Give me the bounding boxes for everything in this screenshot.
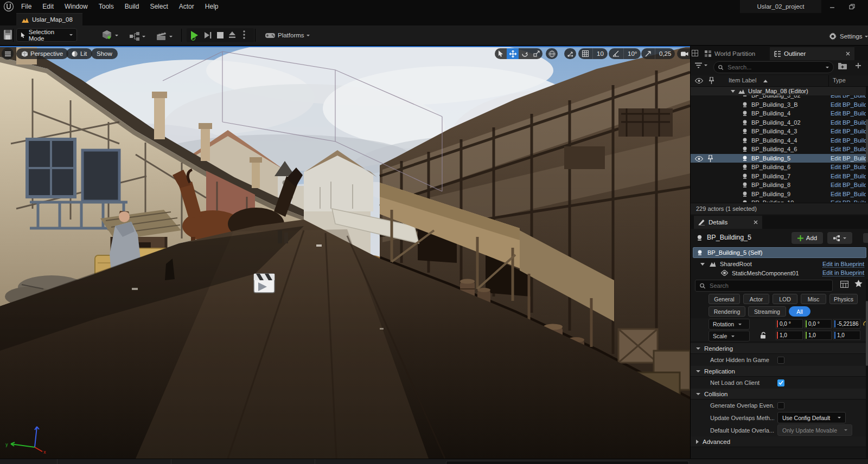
menu-help[interactable]: Help [200,0,224,13]
coordinate-space-globe-icon[interactable] [546,48,558,59]
pin-icon[interactable] [709,77,714,84]
chip-general[interactable]: General [709,294,740,304]
edit-bp-link[interactable]: Edit BP_Build [831,110,867,117]
menu-build[interactable]: Build [120,0,144,13]
outliner-row[interactable]: BP_Building_8Edit BP_Build [691,181,868,189]
outliner-row[interactable]: BP_Building_9Edit BP_Build [691,190,868,198]
section-replication[interactable]: Replication [691,366,868,377]
scale-tool[interactable] [531,48,542,59]
chip-streaming[interactable]: Streaming [748,306,786,317]
platforms-dropdown[interactable]: Platforms [265,28,310,42]
details-scrollbar[interactable] [866,279,868,458]
play-button[interactable] [190,30,200,41]
edit-bp-link[interactable]: Edit BP_Build [831,164,867,170]
component-self-row[interactable]: BP_Building_5 (Self) [693,247,866,258]
pin-icon[interactable] [708,155,713,162]
edit-bp-link[interactable]: Edit BP_Build [831,182,867,188]
column-divider[interactable] [828,75,829,86]
clipped-row-top[interactable]: BP_Building_3_02 Edit BP_Build [691,95,868,100]
close-icon[interactable] [754,220,758,224]
edit-bp-link[interactable]: Edit BP_Build [831,101,867,108]
world-row[interactable]: Uslar_Map_08 (Editor) [691,87,868,95]
component-row-sharedroot[interactable]: SharedRoot Edit in Blueprint [691,259,868,269]
stop-button[interactable] [217,32,224,38]
edit-bp-link[interactable]: Edit BP_Build [831,173,867,179]
scale-y-field[interactable]: 1,0 [805,331,832,340]
section-advanced[interactable]: Advanced [691,436,868,447]
tab-details[interactable]: Details [694,216,762,229]
chip-actor[interactable]: Actor [743,294,769,304]
lock-open-icon[interactable] [760,332,767,339]
outliner-filter-button[interactable] [695,62,707,68]
eject-button[interactable] [228,31,236,38]
outliner-row[interactable]: BP_Building_3_BEdit BP_Build [691,100,868,109]
outliner-row-selected[interactable]: BP_Building_5 Edit BP_Build [691,154,868,163]
rotation-y-field[interactable]: 0,0 ° [805,319,832,328]
update-overlaps-dropdown[interactable]: Use Config Default [777,412,846,423]
outliner-search-input[interactable] [726,63,822,71]
drawer-handle[interactable] [446,461,689,464]
chip-all[interactable]: All [789,306,810,317]
eye-icon[interactable] [695,78,703,83]
component-view-dropdown[interactable] [827,232,852,244]
surface-snapping-icon[interactable] [564,48,576,59]
favorites-star-icon[interactable] [854,280,863,288]
skip-button[interactable] [204,31,212,39]
rotation-mode-dropdown[interactable]: Rotation [709,319,750,330]
outliner-scrollbar[interactable] [866,87,868,202]
menu-select[interactable]: Select [145,0,173,13]
selection-mode-dropdown[interactable]: Selection Mode [16,28,77,42]
edit-bp-link[interactable]: Edit BP_Build [831,155,867,162]
dock-grid-icon[interactable] [692,50,698,56]
outliner-row[interactable]: BP_Building_4_6Edit BP_Build [691,145,868,153]
tab-world-partition[interactable]: World Partition [700,47,774,60]
edit-bp-link[interactable]: Edit BP_Build [831,128,867,134]
rotate-tool[interactable] [519,48,531,59]
lit-dropdown[interactable]: Lit [66,48,92,59]
outliner-extra-icon[interactable] [854,62,868,69]
cinematic-actor-icon[interactable] [254,274,275,293]
edit-in-blueprint-link[interactable]: Edit in Blueprint [822,269,864,276]
bottom-drawer-strip[interactable] [0,459,868,464]
perspective-dropdown[interactable]: Perspective [16,48,68,59]
add-component-button[interactable]: Add [792,232,823,244]
folder-add-icon[interactable] [838,62,847,69]
generate-overlap-checkbox[interactable] [777,402,784,409]
scale-snap-control[interactable]: 0,25 [641,48,675,59]
play-options-kebab-icon[interactable] [243,30,245,39]
tab-uslar-map-08[interactable]: Uslar_Map_08 [16,13,82,25]
viewport-scene[interactable] [0,46,690,459]
edit-bp-link[interactable]: Edit BP_Build [831,191,867,197]
clipped-row-bottom[interactable]: BP_Building_10Edit BP_Build [691,198,868,202]
show-dropdown[interactable]: Show [91,48,118,59]
cinematics-button[interactable] [156,29,173,43]
expand-arrow-icon[interactable] [700,263,705,266]
minimize-button[interactable] [825,0,840,13]
rotation-x-field[interactable]: 0,0 ° [776,319,803,328]
outliner-row[interactable]: BP_Building_4_4Edit BP_Build [691,136,868,145]
blueprints-button[interactable] [129,29,145,43]
scale-mode-dropdown[interactable]: Scale [709,331,750,341]
outliner-row[interactable]: BP_Building_6Edit BP_Build [691,163,868,171]
menu-edit[interactable]: Edit [37,0,59,13]
clipped-header-button[interactable] [863,233,868,243]
column-item-label[interactable]: Item Label [729,77,756,83]
ue-logo-icon[interactable] [3,1,14,12]
edit-in-blueprint-link[interactable]: Edit in Blueprint [822,261,864,268]
menu-file[interactable]: File [16,0,36,13]
section-rendering[interactable]: Rendering [691,343,868,354]
actor-hidden-checkbox[interactable] [777,357,784,364]
move-tool[interactable] [507,48,519,59]
viewport-menu-button[interactable] [2,48,14,60]
scale-x-field[interactable]: 1,0 [776,331,803,340]
menu-actor[interactable]: Actor [174,0,199,13]
tab-outliner[interactable]: Outliner [770,47,854,60]
chip-misc[interactable]: Misc [801,294,826,304]
edit-bp-link[interactable]: Edit BP_Build [831,146,867,152]
select-tool[interactable] [495,48,507,59]
chip-lod[interactable]: LOD [773,294,797,304]
net-load-checkbox[interactable] [777,379,784,386]
column-type[interactable]: Type [833,77,846,83]
rotation-snap-control[interactable]: 10° [609,48,641,59]
chip-rendering[interactable]: Rendering [709,306,745,317]
